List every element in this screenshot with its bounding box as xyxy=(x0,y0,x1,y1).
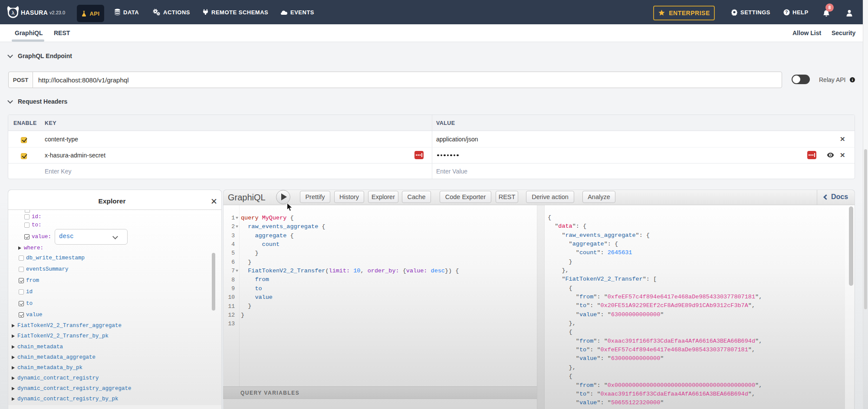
svg-text:?: ? xyxy=(785,10,788,15)
svg-text:λ: λ xyxy=(12,10,15,16)
